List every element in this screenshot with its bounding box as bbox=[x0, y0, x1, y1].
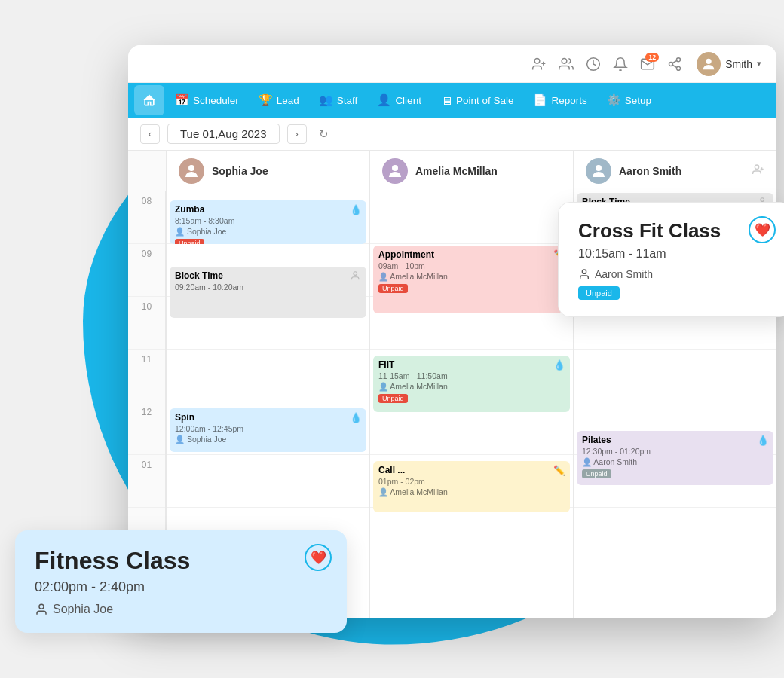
group-icon[interactable] bbox=[558, 56, 574, 72]
event-pilates-badge: Unpaid bbox=[582, 469, 611, 478]
time-slot-10: 10 bbox=[128, 297, 165, 350]
event-appointment[interactable]: Appointment 09am - 10pm 👤 Amelia McMilla… bbox=[373, 246, 570, 313]
event-call[interactable]: Call ... 01pm - 02pm 👤 Amelia McMillan ✏… bbox=[373, 461, 570, 512]
refresh-button[interactable]: ↻ bbox=[314, 124, 334, 144]
svg-point-19 bbox=[39, 604, 44, 609]
fitness-heart-icon: ❤️ bbox=[305, 544, 332, 571]
svg-point-10 bbox=[706, 58, 712, 63]
event-appointment-badge: Unpaid bbox=[378, 284, 408, 293]
client-icon: 👤 bbox=[377, 93, 391, 107]
reports-icon: 📄 bbox=[533, 93, 547, 107]
svg-point-5 bbox=[677, 57, 681, 61]
staff-col-sophia: Sophia Joe bbox=[166, 151, 369, 191]
pos-icon: 🖥 bbox=[441, 94, 452, 107]
event-spin[interactable]: Spin 12:00am - 12:45pm 👤 Sophia Joe 💧 bbox=[170, 408, 366, 452]
aaron-name: Aaron Smith bbox=[619, 165, 681, 177]
lead-icon: 🏆 bbox=[259, 93, 273, 107]
time-slot-09: 09 bbox=[128, 244, 165, 297]
share-icon[interactable] bbox=[666, 56, 683, 72]
svg-point-17 bbox=[354, 272, 357, 276]
event-appointment-time: 09am - 10pm bbox=[378, 261, 565, 270]
nav-bar: 📅 Scheduler 🏆 Lead 👥 Staff 👤 Client 🖥 Po… bbox=[128, 83, 776, 118]
top-bar: 12 Smith ▾ bbox=[128, 45, 776, 83]
next-date-button[interactable]: › bbox=[287, 124, 307, 144]
staff-col-amelia: Amelia McMillan bbox=[369, 151, 573, 191]
nav-staff[interactable]: 👥 Staff bbox=[310, 87, 367, 114]
event-pilates[interactable]: Pilates 12:30pm - 01:20pm 👤 Aaron Smith … bbox=[577, 431, 773, 485]
clock-icon[interactable] bbox=[585, 56, 602, 72]
amelia-column: Appointment 09am - 10pm 👤 Amelia McMilla… bbox=[369, 191, 573, 618]
svg-point-6 bbox=[669, 62, 673, 66]
crossfit-heart-icon: ❤️ bbox=[749, 216, 776, 243]
call-edit-icon: ✏️ bbox=[553, 465, 565, 476]
event-pilates-time: 12:30pm - 01:20pm bbox=[582, 447, 768, 456]
event-fiit-time: 11-15am - 11:50am bbox=[378, 371, 565, 380]
nav-home-button[interactable] bbox=[134, 85, 164, 115]
svg-point-18 bbox=[761, 198, 764, 202]
float-crossfit-title: Cross Fit Class bbox=[578, 219, 771, 243]
add-staff-icon[interactable] bbox=[752, 163, 764, 179]
event-spin-person: 👤 Sophia Joe bbox=[175, 435, 361, 444]
nav-setup[interactable]: ⚙️ Setup bbox=[598, 87, 660, 114]
event-appointment-title: Appointment bbox=[378, 249, 565, 260]
svg-point-20 bbox=[582, 270, 586, 273]
event-call-person: 👤 Amelia McMillan bbox=[378, 487, 565, 497]
float-crossfit-time: 10:15am - 11am bbox=[578, 247, 771, 261]
svg-point-12 bbox=[392, 165, 398, 171]
float-fitness-title: Fitness Class bbox=[35, 547, 327, 575]
svg-line-8 bbox=[672, 65, 677, 67]
block-time-sophia-icon bbox=[351, 270, 362, 283]
event-call-title: Call ... bbox=[378, 465, 565, 475]
event-block-time-sophia[interactable]: Block Time 09:20am - 10:20am bbox=[170, 267, 366, 318]
nav-lead[interactable]: 🏆 Lead bbox=[250, 87, 308, 114]
event-zumba-person: 👤 Sophia Joe bbox=[175, 227, 361, 237]
svg-point-14 bbox=[755, 165, 758, 169]
user-name: Smith bbox=[725, 58, 752, 70]
event-block-sophia-time: 09:20am - 10:20am bbox=[175, 282, 361, 292]
setup-icon: ⚙️ bbox=[607, 93, 621, 107]
mail-badge: 12 bbox=[645, 53, 659, 62]
mail-icon[interactable]: 12 bbox=[639, 56, 656, 72]
aaron-avatar bbox=[586, 158, 611, 184]
nav-client[interactable]: 👤 Client bbox=[368, 87, 430, 114]
event-call-time: 01pm - 02pm bbox=[378, 477, 565, 486]
date-label: Tue 01,Aug 2023 bbox=[167, 124, 280, 144]
nav-point-of-sale[interactable]: 🖥 Point of Sale bbox=[432, 87, 523, 114]
event-zumba[interactable]: Zumba 8:15am - 8:30am 👤 Sophia Joe Unpai… bbox=[170, 200, 366, 244]
amelia-avatar bbox=[382, 158, 408, 184]
event-fiit[interactable]: FIIT 11-15am - 11:50am 👤 Amelia McMillan… bbox=[373, 356, 570, 412]
float-crossfit-class-card[interactable]: Cross Fit Class 10:15am - 11am Aaron Smi… bbox=[558, 202, 784, 317]
svg-point-11 bbox=[188, 165, 194, 171]
event-spin-time: 12:00am - 12:45pm bbox=[175, 424, 361, 433]
event-fiit-title: FIIT bbox=[378, 359, 565, 370]
avatar bbox=[697, 52, 721, 76]
staff-col-aaron: Aaron Smith bbox=[573, 151, 776, 191]
event-fiit-person: 👤 Amelia McMillan bbox=[378, 382, 565, 392]
chevron-down-icon: ▾ bbox=[757, 59, 761, 69]
nav-scheduler[interactable]: 📅 Scheduler bbox=[166, 87, 248, 114]
amelia-name: Amelia McMillan bbox=[415, 165, 498, 177]
time-slot-01: 01 bbox=[128, 455, 165, 508]
prev-date-button[interactable]: ‹ bbox=[140, 124, 160, 144]
float-fitness-class-card[interactable]: Fitness Class 02:00pm - 2:40pm Sophia Jo… bbox=[15, 530, 347, 633]
event-zumba-title: Zumba bbox=[175, 204, 361, 215]
sophia-name: Sophia Joe bbox=[212, 165, 268, 177]
date-nav-bar: ‹ Tue 01,Aug 2023 › ↻ bbox=[128, 118, 776, 151]
staff-header: Sophia Joe Amelia McMillan Aaron S bbox=[128, 151, 776, 191]
float-fitness-time: 02:00pm - 2:40pm bbox=[35, 579, 327, 595]
event-zumba-time: 8:15am - 8:30am bbox=[175, 216, 361, 225]
fiit-icon: 💧 bbox=[553, 359, 565, 371]
time-col-header bbox=[128, 151, 166, 191]
time-slot-08: 08 bbox=[128, 191, 165, 244]
scheduler-icon: 📅 bbox=[175, 93, 189, 107]
user-menu[interactable]: Smith ▾ bbox=[697, 52, 761, 76]
zumba-heart-icon: 💧 bbox=[350, 204, 362, 215]
event-pilates-person: 👤 Aaron Smith bbox=[582, 457, 768, 467]
nav-reports[interactable]: 📄 Reports bbox=[524, 87, 596, 114]
bell-icon[interactable] bbox=[612, 56, 629, 72]
person-add-icon[interactable] bbox=[531, 56, 547, 72]
time-slot-12: 12 bbox=[128, 402, 165, 455]
sophia-avatar bbox=[179, 158, 204, 184]
svg-line-9 bbox=[672, 60, 677, 63]
svg-point-7 bbox=[677, 66, 681, 70]
